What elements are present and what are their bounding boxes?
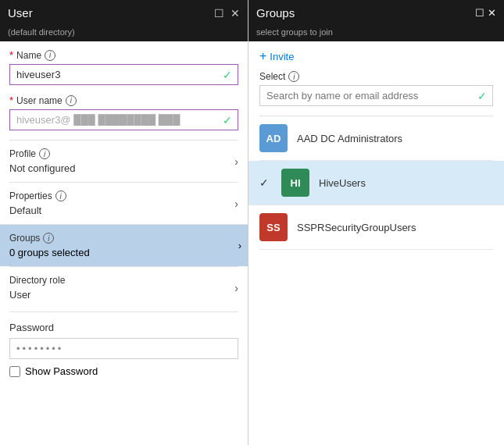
show-password-wrapper: Show Password (9, 365, 238, 377)
left-panel-title: User (8, 6, 33, 20)
left-panel-header: User ☐ ✕ (0, 0, 248, 26)
username-input[interactable] (9, 109, 238, 130)
groups-nav-item[interactable]: Groups i 0 groups selected › (0, 224, 248, 266)
left-panel-controls: ☐ ✕ (214, 7, 240, 20)
group-item-hi[interactable]: ✓ HI HiveUsers (248, 161, 504, 205)
properties-nav-label: Properties i (9, 190, 66, 201)
left-panel-subheader: (default directory) (0, 26, 248, 41)
group-name-ad: AAD DC Administrators (297, 133, 402, 144)
select-label: Select i (259, 71, 493, 82)
username-field-group: * User name i ✓ (9, 94, 238, 130)
invite-button[interactable]: + Invite (259, 49, 294, 63)
show-password-label[interactable]: Show Password (25, 365, 98, 377)
directory-role-nav-label: Directory role (9, 275, 65, 286)
username-info-icon: i (66, 95, 77, 106)
group-checkmark-hi: ✓ (259, 176, 269, 189)
group-avatar-hi: HI (281, 169, 309, 197)
search-input[interactable] (259, 85, 493, 106)
name-field-group: * Name i ✓ (9, 49, 238, 85)
profile-chevron-icon: › (234, 155, 238, 168)
profile-nav-labels: Profile i Not configured (9, 148, 76, 174)
name-input-wrapper: ✓ (9, 64, 238, 85)
directory-role-nav-sublabel: User (9, 289, 65, 301)
right-minimize-icon[interactable]: ☐ (475, 7, 484, 19)
name-label-text: Name (16, 50, 41, 61)
name-required-star: * (9, 49, 13, 61)
groups-list: AD AAD DC Administrators ✓ HI HiveUsers … (259, 116, 493, 250)
name-input[interactable] (9, 64, 238, 85)
username-input-wrapper: ✓ (9, 109, 238, 130)
minimize-icon[interactable]: ☐ (214, 7, 224, 20)
group-name-ss: SSPRSecurityGroupUsers (297, 222, 416, 233)
select-info-icon: i (288, 71, 299, 82)
properties-nav-sublabel: Default (9, 205, 66, 216)
right-panel: Groups ☐ ✕ select groups to join + Invit… (248, 0, 504, 445)
left-panel-content: * Name i ✓ * User name i ✓ (0, 41, 248, 445)
groups-nav-labels: Groups i 0 groups selected (9, 233, 90, 258)
select-section: Select i ✓ (259, 71, 493, 106)
group-name-hi: HiveUsers (319, 177, 366, 189)
properties-chevron-icon: › (234, 198, 238, 210)
username-check-icon: ✓ (223, 114, 232, 126)
right-panel-content: + Invite Select i ✓ AD AAD DC Administra… (248, 41, 504, 445)
right-panel-title: Groups (256, 6, 295, 20)
close-icon[interactable]: ✕ (231, 7, 240, 20)
group-avatar-ss: SS (259, 213, 288, 241)
username-label-text: User name (16, 95, 63, 106)
show-password-checkbox[interactable] (9, 366, 20, 377)
directory-role-nav-item[interactable]: Directory role User › (9, 266, 238, 308)
right-panel-header: Groups ☐ ✕ (248, 0, 504, 26)
profile-info-icon: i (39, 148, 50, 159)
groups-nav-label: Groups i (9, 233, 90, 244)
invite-label: Invite (270, 51, 294, 62)
name-info-icon: i (45, 50, 55, 61)
password-input[interactable] (9, 338, 238, 359)
search-wrapper: ✓ (259, 85, 493, 106)
properties-nav-labels: Properties i Default (9, 190, 66, 216)
right-panel-subheader: select groups to join (248, 26, 504, 41)
username-label: * User name i (9, 94, 238, 106)
directory-role-nav-labels: Directory role User (9, 275, 65, 301)
groups-nav-sublabel: 0 groups selected (9, 247, 90, 258)
properties-nav-item[interactable]: Properties i Default › (9, 182, 238, 224)
name-label: * Name i (9, 49, 238, 61)
groups-chevron-icon: › (238, 240, 241, 251)
group-avatar-ad: AD (259, 124, 288, 152)
right-close-icon[interactable]: ✕ (488, 7, 496, 19)
invite-plus-icon: + (259, 49, 266, 63)
profile-nav-item[interactable]: Profile i Not configured › (9, 140, 238, 182)
group-item-ad[interactable]: AD AAD DC Administrators (259, 116, 493, 161)
properties-info-icon: i (55, 190, 66, 201)
password-label: Password (9, 322, 238, 333)
group-item-ss[interactable]: SS SSPRSecurityGroupUsers (259, 205, 493, 250)
username-required-star: * (9, 94, 13, 106)
password-section: Password Show Password (9, 312, 238, 377)
directory-role-chevron-icon: › (234, 282, 238, 294)
groups-info-icon: i (43, 233, 54, 244)
profile-nav-sublabel: Not configured (9, 162, 76, 174)
search-check-icon: ✓ (477, 90, 487, 102)
right-panel-controls: ☐ ✕ (475, 7, 496, 19)
name-check-icon: ✓ (223, 69, 232, 81)
left-panel: User ☐ ✕ (default directory) * Name i ✓ … (0, 0, 248, 445)
profile-nav-label: Profile i (9, 148, 76, 159)
